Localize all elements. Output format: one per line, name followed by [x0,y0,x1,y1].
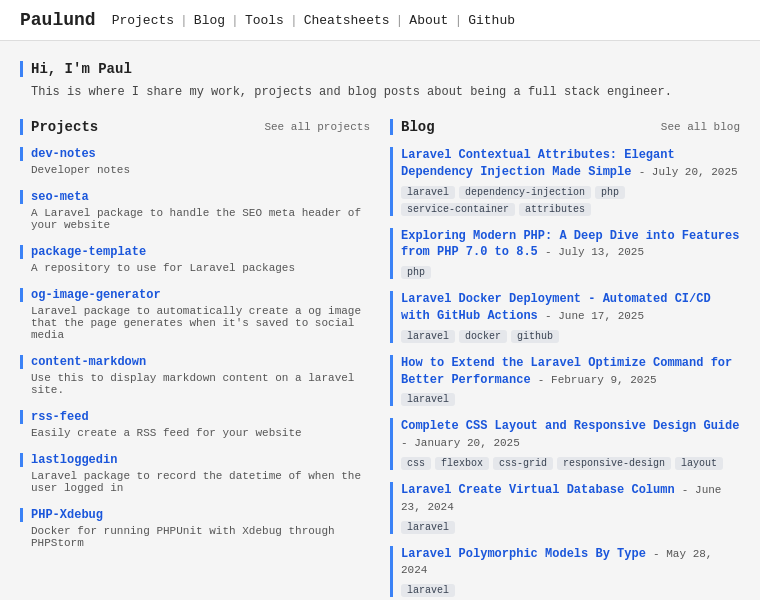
project-name[interactable]: package-template [20,245,370,259]
blog-date: - January 20, 2025 [401,437,520,449]
nav-item-projects[interactable]: Projects [112,13,174,28]
blog-title[interactable]: Laravel Contextual Attributes: Elegant D… [401,147,740,181]
nav-item-cheatsheets[interactable]: Cheatsheets [304,13,390,28]
blog-tag[interactable]: css-grid [493,457,553,470]
blog-tags: laravel [401,393,740,406]
blog-tags: php [401,266,740,279]
project-item: rss-feedEasily create a RSS feed for you… [20,410,370,439]
main-nav: Projects | Blog | Tools | Cheatsheets | … [112,13,515,28]
project-desc: A Laravel package to handle the SEO meta… [20,207,370,231]
blog-title[interactable]: Laravel Create Virtual Database Column -… [401,482,740,516]
blog-tag[interactable]: laravel [401,330,455,343]
projects-column: Projects See all projects dev-notesDevel… [20,119,370,600]
blog-section-title: Blog [390,119,435,135]
project-name[interactable]: og-image-generator [20,288,370,302]
project-name[interactable]: rss-feed [20,410,370,424]
blog-tags: laraveldockergithub [401,330,740,343]
nav-separator: | [231,13,239,28]
project-desc: A repository to use for Laravel packages [20,262,370,274]
blog-item: Laravel Polymorphic Models By Type - May… [390,546,740,598]
nav-item-blog[interactable]: Blog [194,13,225,28]
project-name[interactable]: dev-notes [20,147,370,161]
nav-item-about[interactable]: About [409,13,448,28]
project-item: og-image-generatorLaravel package to aut… [20,288,370,341]
nav-separator: | [454,13,462,28]
blog-tag[interactable]: dependency-injection [459,186,591,199]
blog-tag[interactable]: layout [675,457,723,470]
project-desc: Use this to display markdown content on … [20,372,370,396]
project-desc: Developer notes [20,164,370,176]
blog-title[interactable]: Laravel Polymorphic Models By Type - May… [401,546,740,580]
blog-tag[interactable]: laravel [401,584,455,597]
blog-tags: laraveldependency-injectionphpservice-co… [401,186,740,216]
blog-date: - February 9, 2025 [538,374,657,386]
nav-separator: | [290,13,298,28]
project-desc: Laravel package to automatically create … [20,305,370,341]
blog-title[interactable]: Complete CSS Layout and Responsive Desig… [401,418,740,452]
blog-item: Laravel Docker Deployment - Automated CI… [390,291,740,343]
blog-date: - July 20, 2025 [639,166,738,178]
blog-item: Complete CSS Layout and Responsive Desig… [390,418,740,470]
blog-tags: laravel [401,584,740,597]
blog-item: Laravel Contextual Attributes: Elegant D… [390,147,740,216]
projects-section-title: Projects [20,119,98,135]
project-desc: Easily create a RSS feed for your websit… [20,427,370,439]
project-desc: Docker for running PHPUnit with Xdebug t… [20,525,370,549]
blog-tag[interactable]: php [401,266,431,279]
blog-tag[interactable]: github [511,330,559,343]
blog-tag[interactable]: php [595,186,625,199]
project-name[interactable]: seo-meta [20,190,370,204]
blog-tag[interactable]: laravel [401,393,455,406]
nav-separator: | [396,13,404,28]
blog-tag[interactable]: docker [459,330,507,343]
blog-item: How to Extend the Laravel Optimize Comma… [390,355,740,407]
blog-column: Blog See all blog Laravel Contextual Att… [390,119,740,600]
blog-title[interactable]: Exploring Modern PHP: A Deep Dive into F… [401,228,740,262]
project-name[interactable]: content-markdown [20,355,370,369]
project-item: dev-notesDeveloper notes [20,147,370,176]
blog-tag[interactable]: responsive-design [557,457,671,470]
project-item: lastloggedinLaravel package to record th… [20,453,370,494]
blog-date: - July 13, 2025 [545,246,644,258]
see-all-projects-link[interactable]: See all projects [264,121,370,133]
intro-text: This is where I share my work, projects … [20,85,740,99]
project-item: seo-metaA Laravel package to handle the … [20,190,370,231]
blog-tag[interactable]: attributes [519,203,591,216]
project-item: PHP-XdebugDocker for running PHPUnit wit… [20,508,370,549]
blog-tag[interactable]: laravel [401,521,455,534]
see-all-blog-link[interactable]: See all blog [661,121,740,133]
nav-item-github[interactable]: Github [468,13,515,28]
intro-section: Hi, I'm Paul This is where I share my wo… [20,61,740,99]
blog-tag[interactable]: laravel [401,186,455,199]
blog-tag[interactable]: css [401,457,431,470]
project-desc: Laravel package to record the datetime o… [20,470,370,494]
blog-tags: cssflexboxcss-gridresponsive-designlayou… [401,457,740,470]
blog-item: Laravel Create Virtual Database Column -… [390,482,740,534]
nav-item-tools[interactable]: Tools [245,13,284,28]
blog-tag[interactable]: service-container [401,203,515,216]
site-title: Paulund [20,10,96,30]
nav-separator: | [180,13,188,28]
blog-item: Exploring Modern PHP: A Deep Dive into F… [390,228,740,280]
project-item: package-templateA repository to use for … [20,245,370,274]
project-item: content-markdownUse this to display mark… [20,355,370,396]
blog-title[interactable]: Laravel Docker Deployment - Automated CI… [401,291,740,325]
site-header: Paulund Projects | Blog | Tools | Cheats… [0,0,760,41]
blog-tag[interactable]: flexbox [435,457,489,470]
blog-title[interactable]: How to Extend the Laravel Optimize Comma… [401,355,740,389]
project-name[interactable]: PHP-Xdebug [20,508,370,522]
intro-title: Hi, I'm Paul [20,61,740,77]
blog-tags: laravel [401,521,740,534]
blog-date: - June 17, 2025 [545,310,644,322]
project-name[interactable]: lastloggedin [20,453,370,467]
